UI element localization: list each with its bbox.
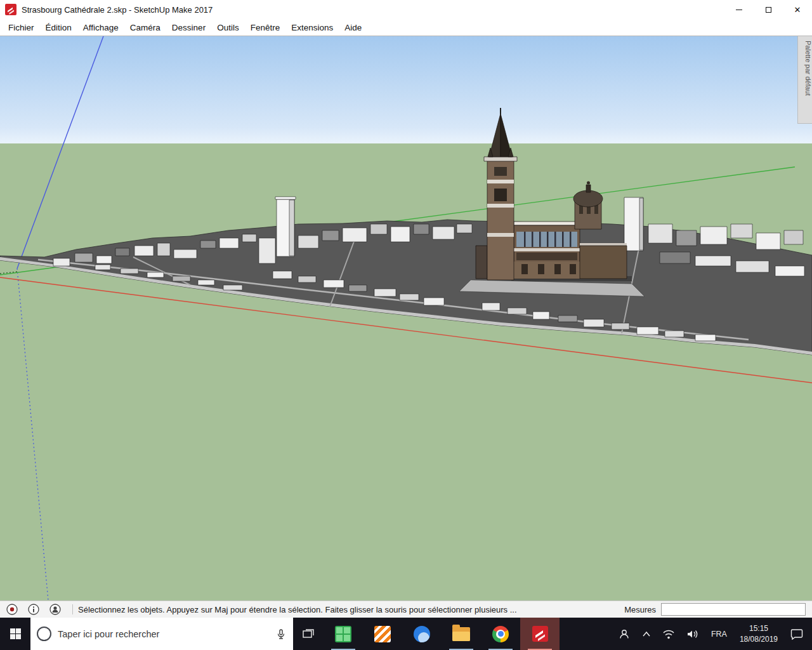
- viewport-3d-canvas[interactable]: Palette par défaut: [0, 36, 812, 600]
- status-bar: Sélectionnez les objets. Appuyez sur Maj…: [0, 600, 812, 618]
- task-view-button[interactable]: [293, 618, 324, 650]
- status-icons: [4, 604, 67, 615]
- menu-affichage[interactable]: Affichage: [77, 21, 124, 34]
- sketchup-app-icon: [5, 4, 16, 15]
- clock-date: 18/08/2019: [740, 634, 778, 644]
- menu-bar: Fichier Édition Affichage Caméra Dessine…: [0, 19, 812, 36]
- window-title: Strasbourg Cathédrale 2.skp - SketchUp M…: [22, 5, 213, 15]
- green-app-icon: [335, 626, 351, 642]
- chevron-up-icon: [642, 631, 651, 637]
- maximize-button[interactable]: [754, 0, 783, 19]
- start-button[interactable]: [0, 618, 30, 650]
- people-icon: [618, 628, 631, 640]
- title-bar: Strasbourg Cathédrale 2.skp - SketchUp M…: [0, 0, 812, 19]
- geolocation-status-icon[interactable]: [6, 604, 18, 615]
- taskbar-file-explorer[interactable]: [442, 618, 481, 650]
- taskbar-app-striped[interactable]: [363, 618, 402, 650]
- viewport-3d-scene: [0, 36, 812, 600]
- taskbar-search-box[interactable]: [30, 618, 293, 650]
- tray-tab-label: Palette par défaut: [804, 41, 812, 96]
- windows-logo-icon: [10, 628, 21, 639]
- cathedral-tower: [487, 161, 514, 280]
- file-explorer-icon: [452, 627, 470, 641]
- system-tray: FRA 15:15 18/08/2019: [612, 618, 812, 650]
- sky: [0, 36, 812, 143]
- window-controls: ✕: [724, 0, 812, 19]
- account-status-icon[interactable]: [49, 604, 61, 615]
- ground-plane: [0, 143, 812, 600]
- maximize-icon: [766, 7, 771, 13]
- volume-button[interactable]: [681, 618, 705, 650]
- speaker-icon: [686, 629, 699, 639]
- clock-time: 15:15: [740, 623, 778, 633]
- network-button[interactable]: [657, 618, 681, 650]
- measurements-label: Mesures: [624, 605, 656, 614]
- language-indicator[interactable]: FRA: [705, 630, 733, 639]
- windows-taskbar: FRA 15:15 18/08/2019: [0, 618, 812, 650]
- menu-aide[interactable]: Aide: [339, 21, 367, 34]
- menu-edition[interactable]: Édition: [40, 21, 77, 34]
- sketchup-taskbar-icon: [532, 625, 549, 642]
- minimize-icon: [736, 10, 742, 10]
- cortana-icon[interactable]: [37, 627, 51, 641]
- microphone-icon[interactable]: [275, 628, 287, 640]
- action-center-button[interactable]: [784, 618, 812, 650]
- orange-striped-app-icon: [374, 626, 391, 642]
- measurements-box: Mesures: [624, 603, 808, 616]
- task-view-icon: [301, 627, 315, 641]
- blue-circle-app-icon: [414, 626, 430, 642]
- people-button[interactable]: [612, 618, 636, 650]
- menu-outils[interactable]: Outils: [211, 21, 245, 34]
- minimize-button[interactable]: [724, 0, 754, 19]
- action-center-icon: [790, 628, 803, 640]
- taskbar-clock[interactable]: 15:15 18/08/2019: [733, 623, 784, 644]
- menu-dessiner[interactable]: Dessiner: [166, 21, 211, 34]
- taskbar-sketchup-active[interactable]: [520, 618, 560, 650]
- taskbar-app-green[interactable]: [324, 618, 363, 650]
- menu-extensions[interactable]: Extensions: [285, 21, 339, 34]
- status-separator: [72, 604, 73, 614]
- menu-fichier[interactable]: Fichier: [3, 21, 40, 34]
- nave-roofline: [514, 222, 580, 225]
- menu-fenetre[interactable]: Fenêtre: [245, 21, 286, 34]
- crossing-dome: [573, 190, 603, 207]
- status-hint-text: Sélectionnez les objets. Appuyez sur Maj…: [78, 605, 624, 614]
- close-icon: ✕: [794, 5, 801, 15]
- info-status-icon[interactable]: [28, 604, 39, 615]
- apse: [580, 246, 627, 279]
- chrome-icon: [492, 626, 509, 642]
- wifi-icon: [662, 629, 675, 639]
- hidden-icons-button[interactable]: [636, 618, 657, 650]
- measurements-input[interactable]: [661, 603, 806, 616]
- close-button[interactable]: ✕: [783, 0, 812, 19]
- taskbar-app-blue[interactable]: [402, 618, 442, 650]
- taskbar-chrome[interactable]: [481, 618, 520, 650]
- menu-camera[interactable]: Caméra: [124, 21, 166, 34]
- search-input[interactable]: [58, 629, 269, 639]
- default-tray-tab[interactable]: Palette par défaut: [797, 36, 812, 124]
